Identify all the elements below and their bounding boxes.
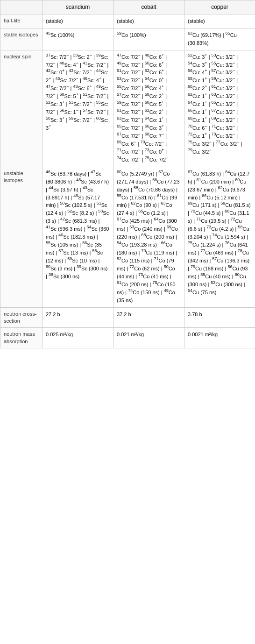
header-cobalt: cobalt xyxy=(113,0,184,14)
row-label-nuclear-spin: nuclear spin xyxy=(0,50,42,167)
cobalt-unstable-isotopes: 60Co (5.2749 yr) | 57Co (271.74 days) | … xyxy=(113,167,184,307)
copper-neutron-cross-section: 3.78 b xyxy=(184,307,255,328)
scandium-stable-isotopes: 45Sc (100%) xyxy=(42,28,113,50)
cobalt-stable-isotopes: 59Co (100%) xyxy=(113,28,184,50)
copper-stable-isotopes: 63Cu (69.17%) | 65Cu (30.83%) xyxy=(184,28,255,50)
copper-nuclear-spin: 52Cu: 3+ | 53Cu: 3/2− | 54Cu: 3+ | 55Cu:… xyxy=(184,50,255,167)
cobalt-half-life: (stable) xyxy=(113,14,184,28)
row-unstable-isotopes: unstable isotopes 46Sc (83.78 days) | 47… xyxy=(0,167,255,307)
scandium-unstable-isotopes: 46Sc (83.78 days) | 47Sc (80.3806 h) | 4… xyxy=(42,167,113,307)
row-label-neutron-cross-section: neutron cross-section xyxy=(0,307,42,328)
scandium-nuclear-spin: 37Sc: 7/2− | 38Sc: 2− | 39Sc: 7/2− | 40S… xyxy=(42,50,113,167)
row-label-unstable-isotopes: unstable isotopes xyxy=(0,167,42,307)
copper-half-life: (stable) xyxy=(184,14,255,28)
row-stable-isotopes: stable isotopes 45Sc (100%) 59Co (100%) … xyxy=(0,28,255,50)
row-half-life: half-life (stable) (stable) (stable) xyxy=(0,14,255,28)
header-empty xyxy=(0,0,42,14)
row-neutron-cross-section: neutron cross-section 27.2 b 37.2 b 3.78… xyxy=(0,307,255,328)
scandium-half-life: (stable) xyxy=(42,14,113,28)
scandium-neutron-cross-section: 27.2 b xyxy=(42,307,113,328)
cobalt-neutron-mass-absorption: 0.021 m²/kg xyxy=(113,328,184,348)
row-label-neutron-mass-absorption: neutron mass absorption xyxy=(0,328,42,348)
header-scandium: scandium xyxy=(42,0,113,14)
cobalt-nuclear-spin: 47Co: 7/2− | 48Co: 6+ | 49Co: 7/2− | 50C… xyxy=(113,50,184,167)
copper-neutron-mass-absorption: 0.0021 m²/kg xyxy=(184,328,255,348)
scandium-neutron-mass-absorption: 0.025 m²/kg xyxy=(42,328,113,348)
row-label-half-life: half-life xyxy=(0,14,42,28)
row-neutron-mass-absorption: neutron mass absorption 0.025 m²/kg 0.02… xyxy=(0,328,255,348)
cobalt-neutron-cross-section: 37.2 b xyxy=(113,307,184,328)
copper-unstable-isotopes: 67Cu (61.83 h) | 64Cu (12.7 h) | 61Cu (2… xyxy=(184,167,255,307)
header-copper: copper xyxy=(184,0,255,14)
row-label-stable-isotopes: stable isotopes xyxy=(0,28,42,50)
row-nuclear-spin: nuclear spin 37Sc: 7/2− | 38Sc: 2− | 39S… xyxy=(0,50,255,167)
